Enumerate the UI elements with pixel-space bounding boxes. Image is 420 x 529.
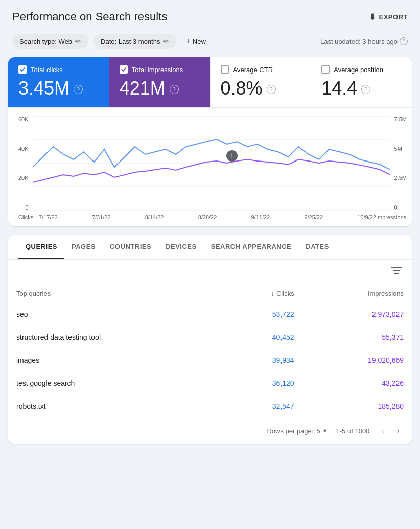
clicks-cell: 53,722 <box>220 303 302 326</box>
y-axis-left: 60K 40K 20K 0 <box>18 116 33 211</box>
impressions-cell: 185,280 <box>302 395 412 418</box>
average-position-info-icon[interactable]: ? <box>361 85 370 94</box>
tab-search-appearance[interactable]: SEARCH APPEARANCE <box>204 235 299 259</box>
y-axis-right: 7.5M 5M 2.5M 0 <box>390 116 407 211</box>
x-axis-labels: 7/17/22 7/31/22 8/14/22 8/28/22 9/11/22 … <box>39 214 376 220</box>
y-right-label-7.5m: 7.5M <box>394 116 407 122</box>
filter-icon-row <box>8 260 412 285</box>
table-row: seo 53,722 2,973,027 <box>8 303 412 326</box>
x-label-0: 7/17/22 <box>39 214 58 220</box>
query-cell: robots.txt <box>8 395 220 418</box>
y-right-label-0: 0 <box>394 204 398 211</box>
rows-count: 1-5 of 1000 <box>336 427 370 435</box>
total-impressions-cell: Total impressions 421M ? <box>109 57 211 107</box>
search-type-filter[interactable]: Search type: Web ✏ <box>12 34 88 49</box>
col-clicks[interactable]: ↓ Clicks <box>220 285 302 303</box>
tabs-row: QUERIES PAGES COUNTRIES DEVICES SEARCH A… <box>8 235 412 260</box>
total-impressions-label: Total impressions <box>132 66 183 74</box>
average-position-value: 14.4 ? <box>321 78 402 99</box>
average-ctr-value: 0.8% ? <box>221 78 301 99</box>
tab-dates[interactable]: DATES <box>298 235 336 259</box>
search-type-label: Search type: Web <box>19 38 72 45</box>
total-clicks-label: Total clicks <box>31 66 63 74</box>
x-label-1: 7/31/22 <box>92 214 111 220</box>
prev-page-button[interactable]: ‹ <box>378 424 388 438</box>
clicks-cell: 36,120 <box>220 372 302 395</box>
average-ctr-info-icon[interactable]: ? <box>267 85 276 94</box>
metrics-row: Total clicks 3.45M ? Total impressions 4… <box>8 57 412 108</box>
tab-countries[interactable]: COUNTRIES <box>103 235 158 259</box>
y-left-label-0: 0 <box>25 204 28 211</box>
svg-rect-8 <box>393 270 400 271</box>
y-right-label-5m: 5M <box>394 146 402 152</box>
average-ctr-header: Average CTR <box>221 65 301 74</box>
x-label-3: 8/28/22 <box>198 214 217 220</box>
total-impressions-checkbox[interactable] <box>120 65 128 74</box>
data-table: Top queries ↓ Clicks Impressions seo 53,… <box>8 285 412 418</box>
y-right-label-2.5m: 2.5M <box>394 175 407 181</box>
table-filter-button[interactable] <box>389 265 404 280</box>
col-query-label: Top queries <box>16 290 51 297</box>
clicks-cell: 32,547 <box>220 395 302 418</box>
table-row: images 39,934 19,020,669 <box>8 349 412 372</box>
x-label-4: 9/11/22 <box>251 214 270 220</box>
last-updated-info-icon[interactable]: ? <box>400 37 408 45</box>
metrics-card: Total clicks 3.45M ? Total impressions 4… <box>8 57 412 226</box>
tab-pages[interactable]: PAGES <box>64 235 103 259</box>
last-updated-text: Last updated: 3 hours ago <box>320 38 398 45</box>
pagination-nav: ‹ › <box>378 424 404 438</box>
new-button[interactable]: + New <box>181 34 209 49</box>
average-position-checkbox[interactable] <box>321 65 330 74</box>
chart-svg-wrapper: 1 <box>33 116 390 212</box>
export-label: EXPORT <box>379 13 408 21</box>
date-label: Date: Last 3 months <box>101 38 160 45</box>
query-cell: images <box>8 349 220 372</box>
table-body: seo 53,722 2,973,027 structured data tes… <box>8 303 412 418</box>
average-position-label: Average position <box>334 66 383 74</box>
chart-svg: 1 <box>33 116 390 211</box>
total-clicks-checkbox[interactable] <box>18 65 27 74</box>
pagination-row: Rows per page: 5 ▼ 1-5 of 1000 ‹ › <box>8 418 412 444</box>
average-ctr-label: Average CTR <box>233 66 273 74</box>
impressions-cell: 55,371 <box>302 326 412 349</box>
x-label-6: 10/9/22 <box>357 214 376 220</box>
impressions-cell: 43,226 <box>302 372 412 395</box>
col-impressions-label: Impressions <box>368 290 404 297</box>
col-clicks-label: Clicks <box>276 290 294 297</box>
axis-labels-row: Clicks 7/17/22 7/31/22 8/14/22 8/28/22 9… <box>18 214 402 220</box>
impressions-axis-label: Impressions <box>376 214 402 220</box>
total-impressions-info-icon[interactable]: ? <box>170 85 179 94</box>
edit-icon: ✏ <box>163 37 169 45</box>
plus-icon: + <box>185 37 190 46</box>
x-label-2: 8/14/22 <box>145 214 164 220</box>
tab-queries[interactable]: QUERIES <box>18 235 64 259</box>
total-clicks-value: 3.45M ? <box>18 78 99 99</box>
date-filter[interactable]: Date: Last 3 months ✏ <box>94 34 176 49</box>
total-clicks-info-icon[interactable]: ? <box>74 85 83 94</box>
rows-per-page-value: 5 <box>316 427 320 435</box>
tab-devices[interactable]: DEVICES <box>158 235 204 259</box>
next-page-button[interactable]: › <box>393 424 404 438</box>
last-updated: Last updated: 3 hours ago ? <box>320 37 408 45</box>
table-card: QUERIES PAGES COUNTRIES DEVICES SEARCH A… <box>8 235 412 444</box>
svg-rect-9 <box>394 273 399 274</box>
rows-select[interactable]: 5 ▼ <box>316 427 328 435</box>
impressions-cell: 19,020,669 <box>302 349 412 372</box>
table-row: test google search 36,120 43,226 <box>8 372 412 395</box>
col-query: Top queries <box>8 285 220 303</box>
impressions-cell: 2,973,027 <box>302 303 412 326</box>
edit-icon: ✏ <box>75 37 81 45</box>
query-cell: structured data testing tool <box>8 326 220 349</box>
export-button[interactable]: ⬇ EXPORT <box>369 12 408 22</box>
table-row: structured data testing tool 40,452 55,3… <box>8 326 412 349</box>
page-title: Performance on Search results <box>12 10 167 24</box>
average-position-header: Average position <box>321 65 402 74</box>
x-label-5: 9/25/22 <box>304 214 323 220</box>
svg-text:1: 1 <box>230 153 234 160</box>
query-cell: test google search <box>8 372 220 395</box>
total-impressions-value: 421M ? <box>120 78 200 99</box>
filter-bar: Search type: Web ✏ Date: Last 3 months ✏… <box>0 30 420 57</box>
top-header: Performance on Search results ⬇ EXPORT <box>0 0 420 30</box>
average-ctr-checkbox[interactable] <box>221 65 229 74</box>
clicks-cell: 40,452 <box>220 326 302 349</box>
